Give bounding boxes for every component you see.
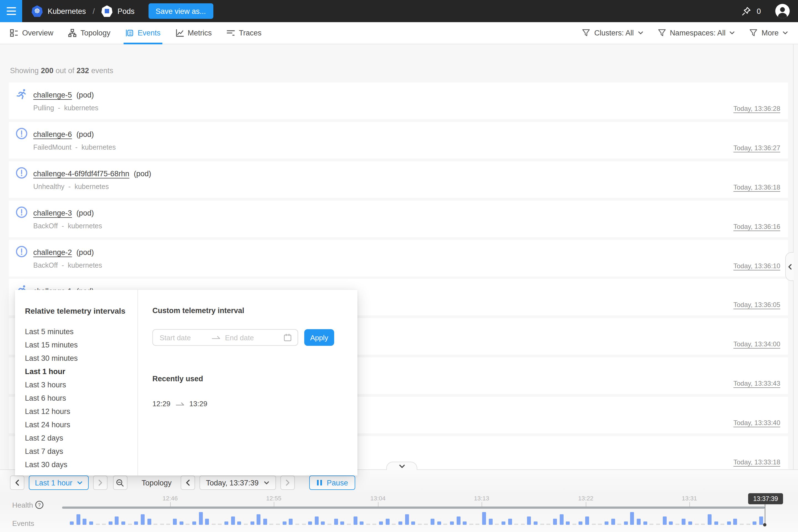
filter-clusters[interactable]: Clusters: All bbox=[582, 29, 643, 37]
tab-metrics[interactable]: Metrics bbox=[175, 22, 212, 44]
pause-button[interactable]: Pause bbox=[309, 475, 355, 490]
alert-circle-icon bbox=[16, 206, 28, 218]
event-time-link[interactable]: Today, 13:36:05 bbox=[734, 301, 780, 309]
kubernetes-icon: ☸ bbox=[32, 5, 43, 17]
custom-interval-title: Custom telemetry interval bbox=[152, 306, 342, 315]
current-time-cursor[interactable] bbox=[765, 504, 765, 525]
interval-option-1h[interactable]: Last 1 hour bbox=[25, 365, 137, 379]
breadcrumb-pods[interactable]: Pods bbox=[117, 7, 135, 15]
event-kind: (pod) bbox=[76, 130, 94, 138]
runner-icon bbox=[16, 88, 28, 100]
apply-button[interactable]: Apply bbox=[304, 329, 334, 346]
pin-icon[interactable] bbox=[741, 6, 752, 16]
interval-option-6h[interactable]: Last 6 hours bbox=[25, 392, 137, 405]
chevron-down-icon bbox=[638, 31, 643, 35]
menu-button[interactable] bbox=[0, 0, 22, 22]
event-row: challenge-3(pod) BackOff-kubernetes Toda… bbox=[9, 200, 788, 237]
event-time-link[interactable]: Today, 13:36:18 bbox=[734, 184, 780, 191]
event-reason: FailedMount bbox=[33, 144, 72, 151]
metrics-icon bbox=[175, 29, 184, 37]
relative-intervals-panel: Relative telemetry intervals Last 5 minu… bbox=[15, 290, 138, 475]
recently-used-title: Recently used bbox=[152, 375, 342, 383]
collapse-timeline-button[interactable] bbox=[386, 462, 417, 470]
pods-icon bbox=[101, 5, 113, 17]
zoom-out-button[interactable] bbox=[113, 475, 127, 490]
event-time-link[interactable]: Today, 13:33:43 bbox=[734, 380, 780, 387]
breadcrumb: ☸ Kubernetes / Pods Save view as... bbox=[32, 3, 213, 19]
axis-tick-label: 13:13 bbox=[465, 495, 498, 501]
event-time-link[interactable]: Today, 13:33:18 bbox=[734, 458, 780, 466]
end-date-input[interactable] bbox=[224, 333, 280, 342]
interval-dropdown[interactable]: Last 1 hour bbox=[29, 475, 89, 490]
alert-circle-icon bbox=[16, 128, 28, 140]
event-time-link[interactable]: Today, 13:36:28 bbox=[734, 105, 780, 113]
event-name-link[interactable]: challenge-2 bbox=[33, 248, 72, 256]
chevron-down-icon bbox=[782, 31, 788, 35]
timeline-toolbar: Last 1 hour Topology Today, 13:37:39 bbox=[10, 475, 355, 490]
event-time-link[interactable]: Today, 13:36:16 bbox=[734, 223, 780, 230]
event-time-link[interactable]: Today, 13:36:10 bbox=[734, 262, 780, 270]
save-view-button[interactable]: Save view as... bbox=[148, 3, 213, 19]
tab-topology[interactable]: Topology bbox=[69, 22, 111, 44]
event-time-link[interactable]: Today, 13:33:40 bbox=[734, 419, 780, 427]
event-row: challenge-5(pod) Pulling-kubernetes Toda… bbox=[9, 82, 788, 119]
axis-tick-label: 12:46 bbox=[153, 495, 187, 501]
timeline-panel: Last 1 hour Topology Today, 13:37:39 bbox=[0, 469, 798, 532]
interval-option-30d[interactable]: Last 30 days bbox=[25, 458, 137, 472]
interval-option-7d[interactable]: Last 7 days bbox=[25, 445, 137, 458]
help-icon[interactable]: ? bbox=[35, 500, 44, 509]
tabs-bar: Overview Topology Events Metrics Traces bbox=[0, 22, 798, 44]
expand-side-panel-button[interactable] bbox=[785, 252, 794, 281]
funnel-icon bbox=[749, 29, 758, 37]
svg-text:?: ? bbox=[38, 502, 40, 508]
start-date-input[interactable] bbox=[158, 333, 208, 342]
breadcrumb-kubernetes[interactable]: Kubernetes bbox=[48, 7, 86, 15]
event-row: challenge-4-6f9fdf4f75-68rhn(pod) Unheal… bbox=[9, 161, 788, 198]
interval-option-30m[interactable]: Last 30 minutes bbox=[25, 352, 137, 365]
interval-option-5m[interactable]: Last 5 minutes bbox=[25, 325, 137, 339]
event-name-link[interactable]: challenge-5 bbox=[33, 91, 72, 99]
app-root: ☸ Kubernetes / Pods Save view as... 0 Ov… bbox=[0, 0, 798, 532]
time-back-button[interactable] bbox=[180, 475, 195, 490]
filter-more[interactable]: More bbox=[749, 29, 788, 37]
chevron-down-icon bbox=[264, 481, 269, 484]
interval-option-24h[interactable]: Last 24 hours bbox=[25, 418, 137, 432]
topology-label: Topology bbox=[141, 478, 172, 487]
events-label: Events bbox=[12, 519, 34, 528]
filter-namespaces[interactable]: Namespaces: All bbox=[658, 29, 735, 37]
avatar[interactable] bbox=[775, 4, 790, 18]
time-forward-button[interactable] bbox=[280, 475, 294, 490]
axis-tick-label: 13:22 bbox=[569, 495, 602, 501]
event-time-link[interactable]: Today, 13:36:27 bbox=[734, 144, 780, 152]
tab-events[interactable]: Events bbox=[126, 22, 161, 44]
interval-option-3h[interactable]: Last 3 hours bbox=[25, 379, 137, 392]
interval-forward-button[interactable] bbox=[93, 475, 107, 490]
event-reason: BackOff bbox=[33, 261, 58, 269]
current-time-dot bbox=[763, 523, 766, 527]
event-kind: (pod) bbox=[76, 248, 94, 256]
chevron-down-icon bbox=[399, 464, 405, 468]
date-range-input[interactable] bbox=[152, 329, 298, 346]
chevron-left-icon bbox=[185, 479, 190, 486]
interval-option-15m[interactable]: Last 15 minutes bbox=[25, 339, 137, 352]
datetime-dropdown[interactable]: Today, 13:37:39 bbox=[199, 475, 276, 490]
topology-icon bbox=[69, 29, 77, 37]
alert-circle-icon bbox=[16, 245, 28, 258]
event-name-link[interactable]: challenge-3 bbox=[33, 209, 72, 217]
range-arrow-icon bbox=[212, 335, 221, 340]
tab-traces[interactable]: Traces bbox=[227, 22, 262, 44]
event-source: kubernetes bbox=[64, 104, 98, 112]
interval-option-12h[interactable]: Last 12 hours bbox=[25, 405, 137, 418]
event-reason: Unhealthy bbox=[33, 183, 64, 191]
total-count: 232 bbox=[76, 66, 89, 75]
overview-icon bbox=[10, 29, 18, 37]
event-source: kubernetes bbox=[81, 144, 116, 151]
interval-back-button[interactable] bbox=[10, 475, 24, 490]
event-name-link[interactable]: challenge-4-6f9fdf4f75-68rhn bbox=[33, 170, 129, 178]
recently-used-range[interactable]: 12:29 13:29 bbox=[152, 400, 342, 408]
event-time-link[interactable]: Today, 13:34:00 bbox=[734, 341, 780, 348]
event-name-link[interactable]: challenge-6 bbox=[33, 130, 72, 138]
tab-overview[interactable]: Overview bbox=[10, 22, 54, 44]
chevron-left-icon bbox=[15, 479, 19, 486]
interval-option-2d[interactable]: Last 2 days bbox=[25, 432, 137, 445]
